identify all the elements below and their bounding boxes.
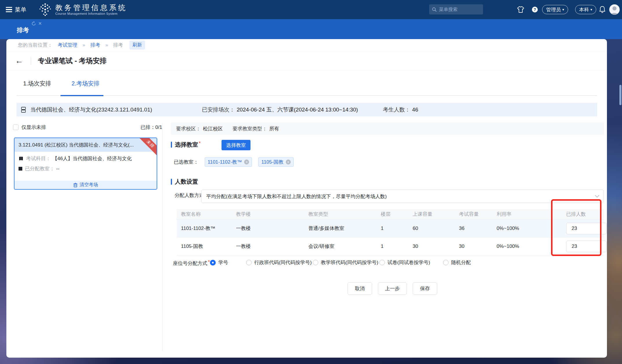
radio-selected-icon (210, 260, 216, 266)
breadcrumb-current: 排考 (113, 42, 123, 48)
active-tab-underline (61, 95, 103, 96)
selected-room-tag: 1105-国教 × (258, 157, 293, 167)
role-dropdown[interactable]: 管理员▾ (542, 0, 568, 19)
roomtype-req-label: 要求教室类型： (233, 125, 267, 132)
allocation-mode-select[interactable]: 平均分配(在满足考场下限人数和不超过上限人数的情况下，尽量平均分配考场人数) (201, 190, 604, 203)
close-tab-icon[interactable]: × (39, 21, 42, 26)
menu-label[interactable]: 菜单 (15, 6, 26, 14)
radio-admin-class-code[interactable]: 行政班代码(同代码按学号) (246, 259, 312, 266)
col-utilization: 利用率 (492, 211, 562, 217)
selected-rooms-row: 已选教室： 1101-1102-教™ × 1105-国教 × (174, 157, 294, 167)
refresh-button[interactable]: 刷新 (129, 41, 145, 50)
level-dropdown[interactable]: 本科▾ (575, 0, 596, 19)
search-input[interactable] (439, 7, 480, 12)
session-label: 已安排场次： (202, 106, 235, 114)
col-building: 教学楼 (232, 211, 304, 217)
col-class-capacity: 上课容量 (408, 211, 455, 217)
exam-subject-label: 考试科目： (26, 155, 51, 162)
clear-rooms-button[interactable]: 清空考场 (14, 181, 157, 189)
radio-icon (443, 260, 449, 265)
section-accent-bar (171, 179, 172, 185)
breadcrumb-item-exam-management[interactable]: 考试管理 (58, 42, 77, 48)
course-icon (21, 107, 26, 113)
cancel-button[interactable]: 取消 (347, 282, 372, 295)
seat-assignment-row: 座位号分配方式* 学号 行政班代码(同代码按学号) 教学班代码(同代码按学号) … (6, 259, 607, 268)
requirements-bar: 要求校区： 松江校区 要求教室类型： 所有 (171, 122, 604, 135)
role-label: 管理员 (546, 6, 561, 13)
show-unscheduled-checkbox[interactable] (13, 125, 19, 130)
required-asterisk: * (208, 259, 210, 265)
svg-text:?: ? (534, 7, 536, 12)
main-content-panel: 您的当前位置： 考试管理 » 排考 » 排考 刷新 ← 专业课笔试 - 考场安排… (6, 39, 607, 358)
book-icon (19, 156, 23, 161)
col-room-type: 教室类型 (304, 211, 376, 217)
theme-shirt-icon[interactable] (517, 0, 524, 19)
radio-icon (379, 260, 385, 265)
breadcrumb: 您的当前位置： 考试管理 » 排考 » 排考 刷新 (6, 39, 607, 51)
remove-tag-icon[interactable]: × (244, 160, 249, 164)
radio-teaching-class-code[interactable]: 教学班代码(同代码按学号) (313, 259, 378, 266)
col-floor: 楼层 (376, 211, 408, 217)
notification-bell-icon[interactable] (599, 0, 606, 19)
radio-exam-paper[interactable]: 试卷(同试卷按学号) (379, 259, 430, 266)
roomtype-req-value: 所有 (269, 125, 279, 132)
select-room-section-title: 选择教室 * (171, 141, 201, 149)
breadcrumb-item-paikao[interactable]: 排考 (90, 42, 100, 48)
assigned-room-row: 已分配教室： -- (19, 165, 153, 172)
refresh-tab-icon[interactable] (31, 21, 36, 26)
app-subtitle: Course Management Information System (55, 12, 127, 16)
assigned-count-input[interactable] (566, 241, 607, 252)
session-value: 2024-06-24 五、六节课(2024-06-24 13:00~14:30) (237, 106, 358, 114)
campus-req-label: 要求校区： (176, 125, 201, 132)
tab-session-arrangement[interactable]: 1.场次安排 (23, 80, 51, 87)
selected-rooms-label: 已选教室： (174, 159, 198, 165)
panel-divider (162, 123, 162, 351)
assigned-count-input[interactable] (566, 223, 607, 234)
radio-icon (246, 260, 252, 265)
classroom-table-header: 教室名称 教学楼 教室类型 楼层 上课容量 考试容量 利用率 已排人数 (177, 209, 604, 220)
radio-random[interactable]: 随机分配 (443, 259, 471, 266)
col-room-name: 教室名称 (177, 211, 232, 217)
tabs-baseline (17, 95, 597, 96)
page-title: 专业课笔试 - 考场安排 (38, 56, 107, 65)
previous-step-button[interactable]: 上一步 (378, 282, 407, 295)
col-assigned-count: 已排人数 (562, 211, 604, 217)
square-icon (19, 167, 22, 171)
active-workspace-tab[interactable]: 排考 (17, 26, 29, 34)
tab-room-arrangement[interactable]: 2.考场安排 (72, 80, 100, 87)
scheduled-counter: 已排：0/1 (140, 124, 162, 131)
assigned-room-value: -- (56, 166, 59, 172)
selected-room-tag: 1101-1102-教™ × (205, 157, 252, 167)
search-icon (432, 7, 437, 12)
page-title-row: ← 专业课笔试 - 考场安排 (6, 51, 607, 70)
exam-subject-row: 考试科目： 【46人】当代德国社会、经济与文化 (19, 155, 153, 162)
vertical-scrollbar[interactable] (619, 85, 621, 105)
trash-icon (73, 183, 78, 187)
select-room-button[interactable]: 选择教室 (222, 140, 250, 150)
exam-course-card[interactable]: 3.121.0491 (松江校区) 当代德国社会、经济与文化(... 未排 考试… (14, 138, 157, 190)
workspace-tab-bar: × 排考 (0, 19, 622, 39)
required-asterisk: * (199, 140, 201, 147)
section-accent-bar (171, 142, 172, 148)
allocation-mode-value: 平均分配(在满足考场下限人数和不超过上限人数的情况下，尽量平均分配考场人数) (206, 193, 387, 200)
students-value: 46 (412, 107, 418, 113)
clear-rooms-label: 清空考场 (80, 182, 98, 188)
menu-search[interactable] (429, 4, 483, 14)
breadcrumb-prefix: 您的当前位置： (18, 42, 52, 48)
user-avatar[interactable] (609, 0, 620, 19)
radio-student-number[interactable]: 学号 (210, 259, 228, 266)
seat-assignment-label: 座位号分配方式* (173, 260, 210, 267)
app-logo-icon (39, 3, 52, 17)
breadcrumb-separator: » (83, 43, 85, 48)
remove-tag-icon[interactable]: × (286, 160, 291, 164)
level-label: 本科 (579, 6, 589, 13)
back-arrow-icon[interactable]: ← (15, 57, 23, 65)
app-brand: 教务管理信息系统 Course Management Information S… (55, 3, 127, 15)
hamburger-menu-icon[interactable] (6, 7, 12, 12)
caret-down-icon: ▾ (562, 8, 564, 11)
exam-subject-value: 【46人】当代德国社会、经济与文化 (52, 155, 132, 162)
help-icon[interactable]: ? (531, 0, 538, 19)
save-button[interactable]: 保存 (413, 282, 437, 295)
course-info-bar: 当代德国社会、经济与文化(23242.3.121.0491.01) 已安排场次：… (17, 103, 597, 116)
col-exam-capacity: 考试容量 (455, 211, 492, 217)
